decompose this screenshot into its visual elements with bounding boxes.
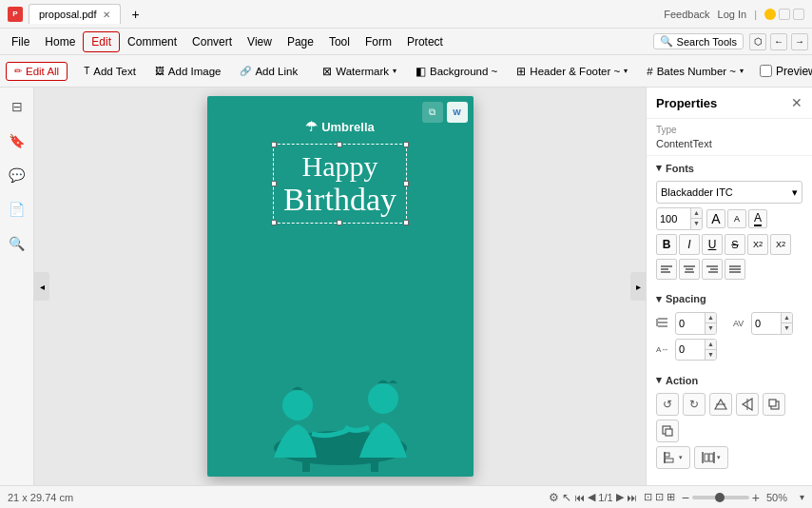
header-footer-button[interactable]: ⊞ Header & Footer ~ ▾: [508, 61, 636, 82]
char-spacing-input[interactable]: ▲ ▼: [751, 312, 793, 335]
word-spacing-down[interactable]: ▼: [706, 350, 716, 360]
fit-page-icon[interactable]: ⊡: [644, 491, 652, 503]
menu-edit[interactable]: Edit: [83, 31, 120, 52]
menu-file[interactable]: File: [4, 32, 37, 51]
panel-close-button[interactable]: ✕: [791, 95, 802, 110]
align-center-button[interactable]: [679, 259, 700, 280]
menu-protect[interactable]: Protect: [399, 32, 451, 51]
align-objects-button[interactable]: ▾: [656, 446, 690, 469]
handle-tl[interactable]: [271, 142, 277, 147]
font-size-input[interactable]: ▲ ▼: [656, 207, 703, 230]
word-spacing-input[interactable]: ▲ ▼: [675, 339, 717, 361]
preview-checkbox[interactable]: [760, 65, 772, 77]
char-spacing-value[interactable]: [752, 316, 781, 331]
feedback-link[interactable]: Feedback: [664, 9, 709, 20]
bold-button[interactable]: B: [656, 234, 677, 255]
handle-tr[interactable]: [403, 142, 409, 147]
flip-h-button[interactable]: [736, 393, 759, 416]
forward-icon[interactable]: →: [791, 33, 808, 50]
win-minimize-button[interactable]: [764, 9, 776, 20]
menu-page[interactable]: Page: [280, 32, 321, 51]
action-section-header[interactable]: ▾ Action: [647, 368, 812, 389]
italic-button[interactable]: I: [679, 234, 700, 255]
superscript-button[interactable]: X2: [747, 234, 768, 255]
nav-next-button[interactable]: ▶: [616, 491, 624, 503]
menu-comment[interactable]: Comment: [120, 32, 184, 51]
char-spacing-down[interactable]: ▼: [782, 323, 792, 333]
line-spacing-down[interactable]: ▼: [706, 323, 716, 333]
fonts-section-header[interactable]: ▾ Fonts: [647, 156, 812, 177]
align-left-button[interactable]: [656, 259, 677, 280]
sidebar-pages-icon[interactable]: 📄: [6, 198, 29, 221]
handle-tc[interactable]: [337, 142, 342, 147]
underline-button[interactable]: U: [702, 234, 723, 255]
font-size-down[interactable]: ▼: [691, 219, 702, 228]
distribute-button[interactable]: ▾: [694, 446, 728, 469]
char-spacing-up[interactable]: ▲: [782, 313, 792, 323]
handle-bl[interactable]: [271, 220, 277, 225]
back-icon[interactable]: ←: [770, 33, 787, 50]
font-increase-button[interactable]: A: [706, 209, 725, 228]
strikethrough-button[interactable]: S: [725, 234, 745, 255]
page-copy-icon[interactable]: ⧉: [422, 102, 443, 123]
tab-close-icon[interactable]: ✕: [103, 10, 110, 20]
word-spacing-up[interactable]: ▲: [706, 340, 716, 350]
background-button[interactable]: ◧ Background ~: [407, 61, 506, 82]
nav-prev-button[interactable]: ◀: [588, 491, 595, 503]
external-link-icon[interactable]: ⬡: [749, 33, 766, 50]
font-decrease-button[interactable]: A: [727, 209, 746, 228]
nav-cursor-icon[interactable]: ↖: [562, 491, 571, 504]
fit-select-icon[interactable]: ⊞: [667, 491, 675, 503]
canvas-expand-right[interactable]: ▸: [630, 272, 646, 301]
add-image-button[interactable]: 🖼 Add Image: [146, 62, 230, 81]
bates-number-button[interactable]: # Bates Number ~ ▾: [638, 62, 752, 81]
send-back-button[interactable]: [656, 420, 679, 442]
fit-width-icon[interactable]: ⊡: [655, 491, 664, 503]
add-link-button[interactable]: 🔗 Add Link: [231, 62, 306, 81]
font-family-dropdown[interactable]: Blackadder ITC ▾: [656, 181, 802, 204]
watermark-button[interactable]: ⊠ Watermark ▾: [314, 61, 405, 82]
zoom-out-button[interactable]: −: [682, 490, 689, 505]
handle-bc[interactable]: [337, 220, 342, 225]
handle-mr[interactable]: [403, 181, 409, 186]
search-tools[interactable]: 🔍 Search Tools: [653, 33, 744, 49]
sidebar-comment-icon[interactable]: 💬: [6, 164, 29, 186]
font-size-up[interactable]: ▲: [691, 208, 702, 219]
sidebar-search-icon[interactable]: 🔍: [6, 232, 29, 255]
bring-front-button[interactable]: [763, 393, 785, 416]
font-color-button[interactable]: A: [748, 209, 767, 228]
sidebar-bookmark-icon[interactable]: 🔖: [6, 129, 29, 152]
nav-first-button[interactable]: ⏮: [574, 492, 585, 503]
zoom-in-button[interactable]: +: [752, 490, 760, 505]
menu-tool[interactable]: Tool: [321, 32, 358, 51]
happy-birthday-container[interactable]: Happy Birthday: [273, 144, 407, 224]
win-restore-button[interactable]: [779, 9, 790, 20]
spacing-section-header[interactable]: ▾ Spacing: [647, 287, 812, 308]
menu-home[interactable]: Home: [37, 32, 83, 51]
handle-br[interactable]: [403, 220, 409, 225]
zoom-slider[interactable]: [692, 496, 749, 499]
menu-form[interactable]: Form: [358, 32, 399, 51]
zoom-thumb[interactable]: [715, 493, 725, 502]
menu-view[interactable]: View: [240, 32, 280, 51]
page-word-icon[interactable]: W: [447, 102, 468, 123]
nav-tools-icon[interactable]: ⚙: [549, 491, 559, 504]
sidebar-thumbnail-icon[interactable]: ⊟: [6, 95, 29, 118]
canvas-expand-left[interactable]: ◂: [34, 272, 49, 301]
zoom-dropdown[interactable]: ▾: [800, 492, 804, 502]
menu-convert[interactable]: Convert: [184, 32, 240, 51]
edit-all-button[interactable]: ✏ Edit All: [6, 62, 68, 81]
align-justify-button[interactable]: [725, 259, 745, 280]
nav-last-button[interactable]: ⏭: [627, 492, 637, 503]
tab-proposal[interactable]: proposal.pdf ✕: [29, 4, 121, 24]
flip-v-button[interactable]: [709, 393, 732, 416]
login-link[interactable]: Log In: [718, 9, 747, 20]
subscript-button[interactable]: X2: [770, 234, 791, 255]
line-spacing-value[interactable]: [676, 316, 705, 331]
win-close-button[interactable]: [793, 9, 804, 20]
handle-ml[interactable]: [271, 181, 277, 186]
rotate-cw-button[interactable]: ↻: [683, 393, 706, 416]
font-size-value[interactable]: [657, 211, 690, 226]
add-text-button[interactable]: T Add Text: [75, 62, 145, 81]
line-spacing-up[interactable]: ▲: [706, 313, 716, 323]
